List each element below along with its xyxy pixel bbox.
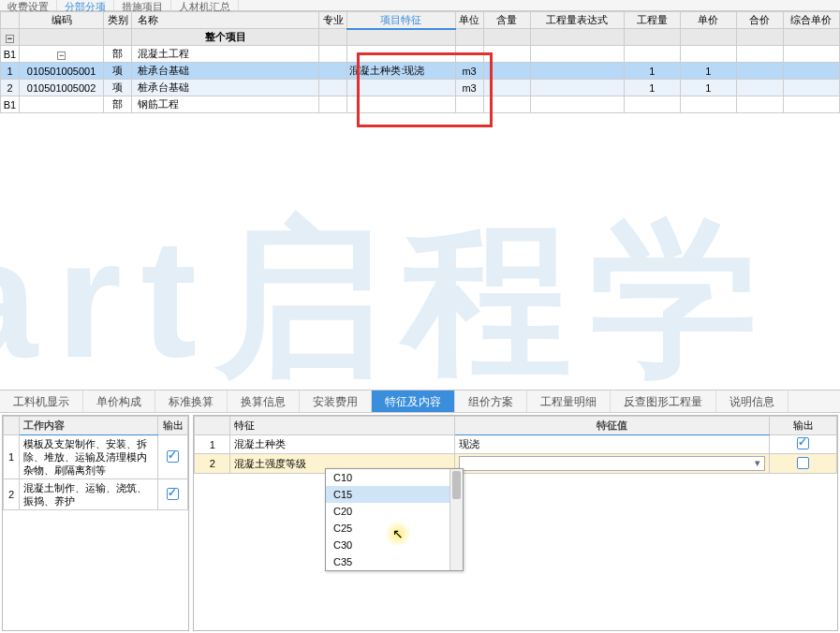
top-tab-0[interactable]: 收费设置 [0, 0, 57, 10]
collapse-icon[interactable]: − [57, 52, 66, 60]
bottom-tab-1[interactable]: 单价构成 [83, 390, 155, 412]
top-tab-1[interactable]: 分部分项 [57, 0, 114, 10]
bottom-tab-0[interactable]: 工料机显示 [0, 390, 83, 412]
feature-cell-editing[interactable]: 混凝土种类:现浇 [347, 63, 455, 80]
dropdown-option[interactable]: C30 [326, 537, 463, 553]
header-name[interactable]: 名称 [132, 12, 319, 29]
main-header-row: 编码 类别 名称 专业 项目特征 单位 含量 工程量表达式 工程量 单价 合价 … [1, 12, 840, 29]
bottom-tab-2[interactable]: 标准换算 [155, 390, 228, 412]
work-out-header: 输出 [158, 417, 188, 435]
work-checkbox[interactable] [167, 488, 179, 500]
dropdown-option[interactable]: C20 [326, 503, 463, 520]
dropdown-option[interactable]: C10 [326, 469, 463, 486]
watermark-text: art启程学 [0, 187, 777, 414]
header-unitprice[interactable]: 单价 [680, 12, 736, 29]
bottom-tab-3[interactable]: 换算信息 [228, 390, 300, 412]
header-feature[interactable]: 项目特征 [347, 12, 455, 29]
table-row[interactable]: B1 − 部 混凝土工程 [1, 46, 840, 63]
section-header-row[interactable]: − 整个项目 [1, 29, 840, 46]
top-tab-3[interactable]: 人材机汇总 [171, 0, 239, 10]
header-qty[interactable]: 工程量 [624, 12, 680, 29]
work-row[interactable]: 2 混凝土制作、运输、浇筑、振捣、养护 [4, 479, 188, 510]
table-row[interactable]: 1 010501005001 项 桩承台基础 混凝土种类:现浇 m3 1 1 [1, 63, 840, 80]
work-content-panel: 工作内容 输出 1 模板及支架制作、安装、拆除、堆放、运输及清理模内杂物、刷隔离… [2, 415, 189, 631]
dropdown-option[interactable]: C15 [326, 486, 463, 503]
table-row[interactable]: 2 010501005002 项 桩承台基础 m3 1 1 [1, 80, 840, 96]
bottom-tab-4[interactable]: 安装费用 [300, 390, 372, 412]
featout-header: 输出 [770, 417, 837, 435]
top-tab-2[interactable]: 措施项目 [114, 0, 171, 10]
work-header: 工作内容 [19, 417, 157, 435]
feature-panel: 特征 特征值 输出 1 混凝土种类 现浇 2 混凝土强度等级 [193, 415, 838, 631]
dropdown-list: C10 C15 C20 C25 C30 C35 [325, 468, 464, 571]
section-title: 整个项目 [132, 29, 319, 46]
work-row[interactable]: 1 模板及支架制作、安装、拆除、堆放、运输及清理模内杂物、刷隔离剂等 [4, 435, 188, 479]
header-content[interactable]: 含量 [483, 12, 530, 29]
dropdown-option[interactable]: C35 [326, 553, 463, 570]
featval-header: 特征值 [455, 417, 770, 435]
feature-checkbox[interactable] [797, 457, 809, 469]
table-row[interactable]: B1 部 钢筋工程 [1, 96, 840, 113]
top-tab-bar: 收费设置 分部分项 措施项目 人材机汇总 [0, 0, 840, 11]
header-code[interactable]: 编码 [20, 12, 104, 29]
bottom-panel: 工料机显示 单价构成 标准换算 换算信息 安装费用 特征及内容 组价方案 工程量… [0, 390, 840, 633]
bottom-tab-bar: 工料机显示 单价构成 标准换算 换算信息 安装费用 特征及内容 组价方案 工程量… [0, 390, 840, 413]
header-expr[interactable]: 工程量表达式 [530, 12, 624, 29]
dropdown-scrollbar[interactable] [449, 469, 463, 570]
collapse-all-icon[interactable]: − [6, 35, 14, 43]
bottom-tab-8[interactable]: 反查图形工程量 [611, 390, 716, 412]
feature-row[interactable]: 2 混凝土强度等级 [195, 454, 837, 474]
header-type[interactable]: 类别 [104, 12, 132, 29]
feat-header: 特征 [230, 417, 455, 435]
bottom-tab-9[interactable]: 说明信息 [716, 390, 788, 412]
bottom-tab-6[interactable]: 组价方案 [455, 390, 527, 412]
feature-row[interactable]: 1 混凝土种类 现浇 [195, 435, 837, 454]
strength-grade-dropdown[interactable] [459, 456, 765, 471]
header-comp[interactable]: 综合单价 [783, 12, 839, 29]
header-unit[interactable]: 单位 [455, 12, 483, 29]
main-grid: 编码 类别 名称 专业 项目特征 单位 含量 工程量表达式 工程量 单价 合价 … [0, 11, 840, 113]
bottom-tab-7[interactable]: 工程量明细 [527, 390, 611, 412]
dropdown-option[interactable]: C25 [326, 520, 463, 537]
bottom-tab-5[interactable]: 特征及内容 [372, 390, 455, 412]
header-total[interactable]: 合价 [736, 12, 783, 29]
work-checkbox[interactable] [167, 450, 179, 463]
feature-checkbox[interactable] [797, 437, 809, 449]
header-spec[interactable]: 专业 [319, 12, 347, 29]
